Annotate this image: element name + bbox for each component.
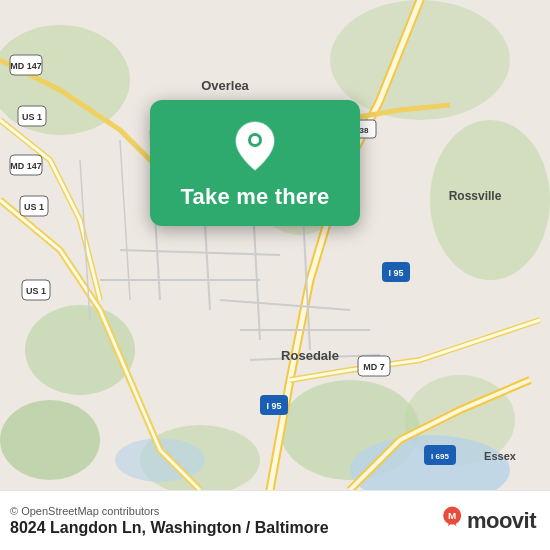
svg-text:Rossville: Rossville (449, 189, 502, 203)
map-attribution: © OpenStreetMap contributors (10, 505, 329, 517)
svg-text:Essex: Essex (484, 450, 517, 462)
take-me-there-label: Take me there (181, 184, 330, 210)
svg-text:US 1: US 1 (22, 112, 42, 122)
svg-text:US 1: US 1 (24, 202, 44, 212)
bottom-left-info: © OpenStreetMap contributors 8024 Langdo… (10, 505, 329, 537)
svg-text:Rosedale: Rosedale (281, 348, 339, 363)
svg-text:38: 38 (360, 126, 369, 135)
bottom-bar: © OpenStreetMap contributors 8024 Langdo… (0, 490, 550, 550)
svg-text:MD 147: MD 147 (10, 61, 42, 71)
svg-text:MD 147: MD 147 (10, 161, 42, 171)
svg-text:Overlea: Overlea (201, 78, 249, 93)
moovit-m-icon: M (427, 503, 463, 539)
svg-point-5 (0, 400, 100, 480)
svg-text:I 95: I 95 (266, 401, 281, 411)
map-view: US 1 US 1 US 1 MD 147 MD 147 I 95 I 95 I… (0, 0, 550, 490)
address-label: 8024 Langdon Ln, Washington / Baltimore (10, 519, 329, 537)
map-svg: US 1 US 1 US 1 MD 147 MD 147 I 95 I 95 I… (0, 0, 550, 490)
action-card[interactable]: Take me there (150, 100, 360, 226)
moovit-logo: M moovit (427, 503, 536, 539)
svg-text:I 95: I 95 (388, 268, 403, 278)
svg-text:I 695: I 695 (431, 452, 449, 461)
location-pin-icon (227, 118, 283, 174)
moovit-brand-label: moovit (467, 508, 536, 534)
svg-text:MD 7: MD 7 (363, 362, 385, 372)
svg-point-52 (251, 136, 259, 144)
svg-text:M: M (448, 510, 456, 521)
svg-point-2 (330, 0, 510, 120)
svg-text:US 1: US 1 (26, 286, 46, 296)
